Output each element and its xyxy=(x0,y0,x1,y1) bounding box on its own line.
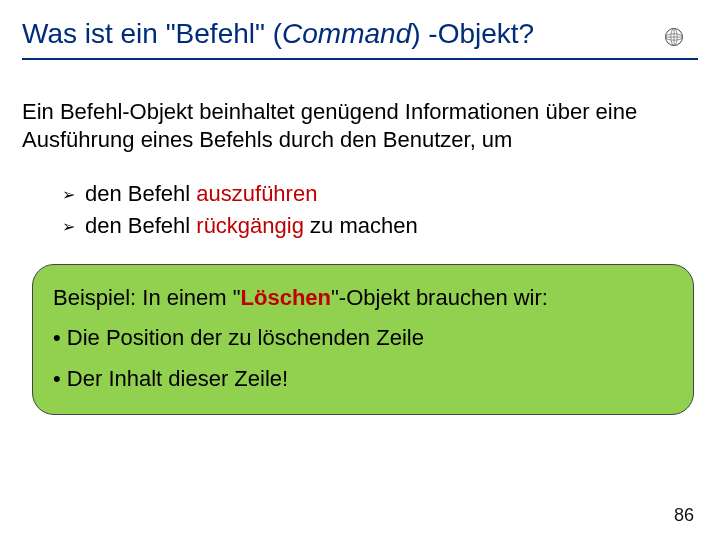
title-suffix: ) -Objekt? xyxy=(411,18,534,49)
example-box: Beispiel: In einem "Löschen"-Objekt brau… xyxy=(32,264,694,414)
slide: Was ist ein "Befehl" (Command) -Objekt? … xyxy=(0,0,720,540)
bullet-text: den Befehl rückgängig zu machen xyxy=(85,211,418,241)
intro-text: Ein Befehl-Objekt beinhaltet genügend In… xyxy=(0,60,720,153)
arrow-icon: ➢ xyxy=(62,216,75,238)
title-prefix: Was ist ein "Befehl" ( xyxy=(22,18,282,49)
bullet-text: den Befehl auszuführen xyxy=(85,179,317,209)
page-title: Was ist ein "Befehl" (Command) -Objekt? xyxy=(22,18,534,50)
list-item: ➢ den Befehl rückgängig zu machen xyxy=(62,211,692,241)
example-point: • Der Inhalt dieser Zeile! xyxy=(53,362,673,396)
bullet-list: ➢ den Befehl auszuführen ➢ den Befehl rü… xyxy=(0,153,720,240)
example-lead: Beispiel: In einem "Löschen"-Objekt brau… xyxy=(53,281,673,315)
list-item: ➢ den Befehl auszuführen xyxy=(62,179,692,209)
globe-icon xyxy=(664,27,684,47)
arrow-icon: ➢ xyxy=(62,184,75,206)
page-number: 86 xyxy=(674,505,694,526)
title-italic: Command xyxy=(282,18,411,49)
title-row: Was ist ein "Befehl" (Command) -Objekt? xyxy=(0,0,720,58)
example-point: • Die Position der zu löschenden Zeile xyxy=(53,321,673,355)
